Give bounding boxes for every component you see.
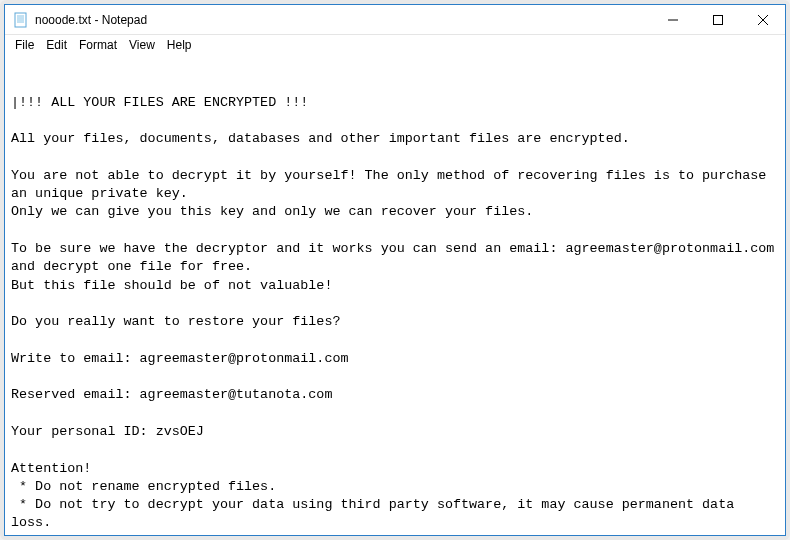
- window-controls: [650, 5, 785, 34]
- document-text[interactable]: |!!! ALL YOUR FILES ARE ENCRYPTED !!! Al…: [11, 94, 779, 535]
- menubar: File Edit Format View Help: [5, 35, 785, 55]
- menu-file[interactable]: File: [9, 37, 40, 53]
- menu-view[interactable]: View: [123, 37, 161, 53]
- maximize-button[interactable]: [695, 5, 740, 34]
- menu-help[interactable]: Help: [161, 37, 198, 53]
- menu-format[interactable]: Format: [73, 37, 123, 53]
- titlebar[interactable]: nooode.txt - Notepad: [5, 5, 785, 35]
- outer-frame: nooode.txt - Notepad File Edit Format Vi…: [0, 0, 790, 540]
- notepad-window: nooode.txt - Notepad File Edit Format Vi…: [4, 4, 786, 536]
- window-title: nooode.txt - Notepad: [35, 13, 650, 27]
- close-button[interactable]: [740, 5, 785, 34]
- notepad-icon: [13, 12, 29, 28]
- menu-edit[interactable]: Edit: [40, 37, 73, 53]
- minimize-button[interactable]: [650, 5, 695, 34]
- text-editor-area[interactable]: |!!! ALL YOUR FILES ARE ENCRYPTED !!! Al…: [5, 55, 785, 535]
- svg-rect-6: [713, 15, 722, 24]
